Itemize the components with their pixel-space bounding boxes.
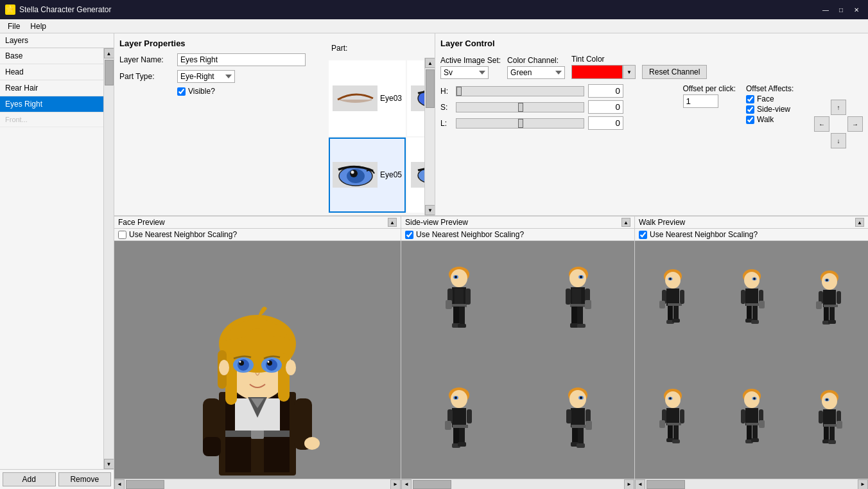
layer-item-head[interactable]: Head [0,64,103,80]
layers-scroll-up[interactable]: ▲ [104,48,114,58]
svg-rect-93 [571,425,587,428]
arrow-down-button[interactable]: ↓ [831,133,846,148]
sideview-nn-checkbox[interactable] [405,231,413,239]
svg-rect-168 [741,409,745,423]
visible-checkbox[interactable] [177,87,186,96]
color-channel-select[interactable]: Green Red Blue Alpha [507,66,565,79]
svg-rect-99 [566,409,571,423]
face-scroll-left[interactable]: ◄ [114,479,125,490]
part-eye05[interactable]: Eye05 [329,138,406,213]
face-preview-scroll-up[interactable]: ▲ [388,218,397,227]
sv-scroll-thumb[interactable] [413,480,451,489]
sideview-preview-scroll-up[interactable]: ▲ [621,218,630,227]
walk-cell-1 [635,241,712,359]
svg-point-119 [753,278,756,280]
reset-channel-button[interactable]: Reset Channel [642,65,707,79]
affect-sideview-checkbox[interactable] [746,105,754,114]
svg-rect-69 [577,324,586,328]
face-preview-title: Face Preview [118,218,165,227]
layer-name-input[interactable] [177,53,306,66]
top-panels: Layer Properties Layer Name: Part Type: … [114,33,868,217]
layers-scroll-down[interactable]: ▼ [104,459,114,469]
part-scroll-thumb[interactable] [426,69,435,108]
walk-sprite-4 [652,384,694,455]
l-slider[interactable] [456,118,584,129]
affect-walk-checkbox[interactable] [746,116,754,124]
svg-rect-170 [759,420,765,428]
sv-scroll-right[interactable]: ► [624,479,634,490]
tint-dropdown-btn[interactable]: ▼ [623,65,636,79]
offset-per-click-input[interactable] [683,94,718,108]
arrow-right-button[interactable]: → [847,116,863,132]
minimize-button[interactable]: — [819,3,832,16]
offset-per-click-label: Offset per click: [683,84,736,93]
svg-point-34 [286,360,296,375]
part-scroll-down[interactable]: ▼ [425,205,435,215]
l-value-input[interactable] [588,116,623,130]
svg-point-6 [350,170,358,177]
svg-point-46 [455,276,457,278]
svg-rect-120 [745,289,758,306]
svg-rect-97 [577,443,585,448]
sprite-cell-4 [519,360,635,479]
s-thumb [518,103,523,112]
svg-rect-48 [455,289,464,307]
svg-rect-100 [586,421,592,430]
affect-sideview-label: Side-view [757,105,790,114]
h-slider[interactable] [456,86,584,96]
sv-scroll-left[interactable]: ◄ [401,479,412,490]
arrow-left-button[interactable]: ← [814,116,829,132]
layers-scroll-thumb[interactable] [105,60,114,85]
face-scroll-right[interactable]: ► [390,479,401,490]
affect-face-checkbox[interactable] [746,95,754,103]
part-eye05-img [333,162,378,188]
hsl-sliders: H: S: [440,84,673,148]
part-scroll-up[interactable]: ▲ [425,58,435,68]
svg-rect-163 [746,423,760,425]
layer-item-front-hair[interactable]: Front... [0,112,103,127]
maximize-button[interactable]: □ [835,3,847,16]
arrow-up-button[interactable]: ↑ [831,100,846,115]
part-eye03[interactable]: Eye03 [329,60,406,136]
arrow-empty-bl [814,133,829,148]
layer-item-base[interactable]: Base [0,48,103,64]
sideview-preview-panel: Side-view Preview ▲ Use Nearest Neighbor… [401,217,635,489]
color-channel-group: Color Channel: Green Red Blue Alpha [507,56,565,79]
add-layer-button[interactable]: Add [3,472,56,486]
part-type-select[interactable]: Eye-Right Eye-Left Eyebrow [177,70,235,83]
close-button[interactable]: ✕ [850,3,863,16]
s-slider[interactable] [456,102,584,112]
layer-item-rear-hair[interactable]: Rear Hair [0,80,103,96]
svg-point-44 [451,269,467,287]
walk-preview-scroll-up[interactable]: ▲ [855,218,864,227]
layers-panel: Layers Base Head Rear Hair Eyes Right Fr… [0,33,114,489]
walk-nn-checkbox[interactable] [639,231,647,239]
menu-bar: File Help [0,19,868,33]
svg-rect-67 [577,307,583,326]
walk-scroll-right[interactable]: ► [858,479,868,490]
remove-layer-button[interactable]: Remove [58,472,112,486]
h-value-input[interactable] [588,84,623,98]
menu-file[interactable]: File [3,21,25,32]
walk-scroll-left[interactable]: ◄ [635,479,645,490]
walk-preview-header: Walk Preview ▲ [635,217,868,229]
svg-rect-156 [659,420,665,428]
face-scroll-thumb[interactable] [126,480,164,489]
face-affect-row: Face [746,94,804,103]
face-nn-checkbox[interactable] [118,231,126,239]
layer-properties-panel: Layer Properties Layer Name: Part Type: … [114,33,435,215]
layer-item-eyes-right[interactable]: Eyes Right [0,96,103,112]
walk-sprite-5 [731,384,772,455]
part-type-label: Part Type: [119,72,177,81]
tint-color-box[interactable] [571,65,623,79]
h-row: H: [440,84,673,98]
menu-help[interactable]: Help [25,21,51,32]
svg-rect-56 [446,300,452,309]
svg-rect-55 [465,289,471,305]
tint-color-control: ▼ [571,65,636,79]
walk-cell-2 [713,241,790,359]
svg-rect-135 [824,305,838,307]
s-value-input[interactable] [588,100,623,114]
active-image-set-select[interactable]: Sv Face Walk [440,66,489,79]
walk-scroll-thumb[interactable] [647,480,685,489]
